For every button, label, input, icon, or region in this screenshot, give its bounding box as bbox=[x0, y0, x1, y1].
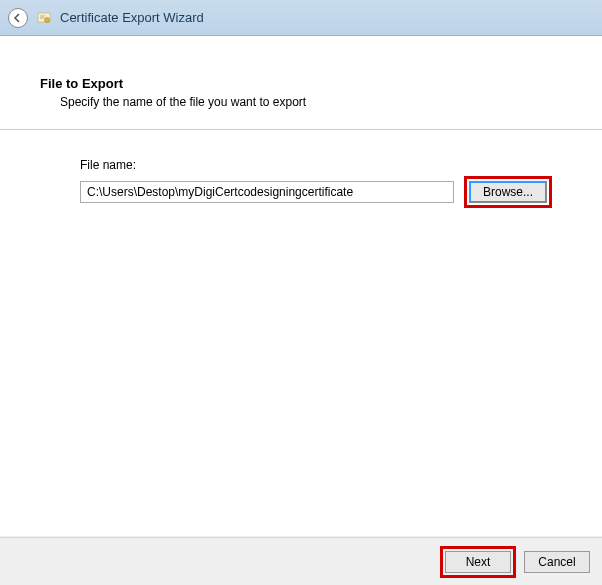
next-highlight: Next bbox=[440, 546, 516, 578]
back-button[interactable] bbox=[8, 8, 28, 28]
content-area: File to Export Specify the name of the f… bbox=[0, 36, 602, 536]
window-title: Certificate Export Wizard bbox=[60, 10, 204, 25]
footer: Next Cancel bbox=[0, 537, 602, 585]
filename-input[interactable] bbox=[80, 181, 454, 203]
svg-point-1 bbox=[45, 17, 50, 22]
input-row: Browse... bbox=[80, 176, 562, 208]
browse-button[interactable]: Browse... bbox=[469, 181, 547, 203]
separator bbox=[0, 129, 602, 130]
file-field-row: File name: Browse... bbox=[80, 158, 562, 208]
page-heading: File to Export bbox=[40, 76, 562, 91]
browse-highlight: Browse... bbox=[464, 176, 552, 208]
back-arrow-icon bbox=[13, 13, 23, 23]
certificate-icon bbox=[36, 10, 52, 26]
page-subheading: Specify the name of the file you want to… bbox=[60, 95, 562, 109]
next-button[interactable]: Next bbox=[445, 551, 511, 573]
title-bar: Certificate Export Wizard bbox=[0, 0, 602, 36]
filename-label: File name: bbox=[80, 158, 562, 172]
cancel-button[interactable]: Cancel bbox=[524, 551, 590, 573]
